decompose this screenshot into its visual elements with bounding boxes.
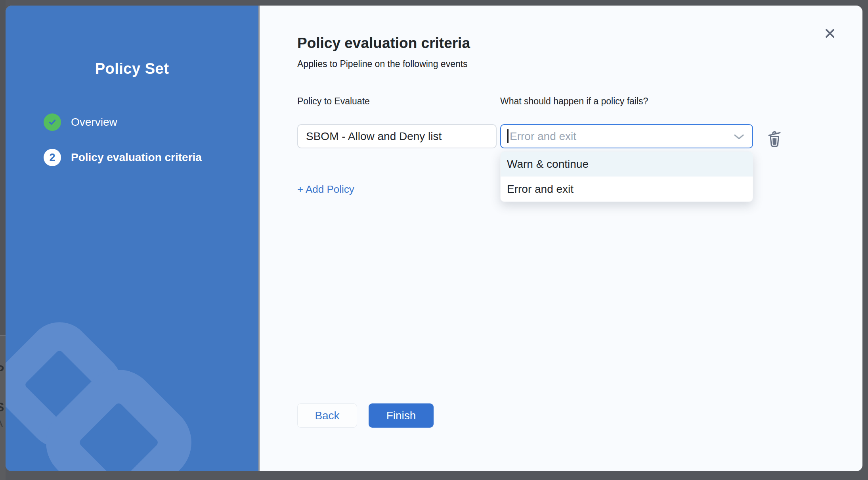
policy-to-evaluate-field[interactable]: SBOM - Allow and Deny list <box>297 124 497 148</box>
on-fail-label: What should happen if a policy fails? <box>500 96 648 107</box>
wizard-step-policy-evaluation-criteria[interactable]: 2 Policy evaluation criteria <box>44 149 202 166</box>
background-overlay-top <box>0 0 6 335</box>
background-partial-text: S <box>0 400 4 415</box>
text-cursor <box>507 129 509 143</box>
background-partial-text: P <box>0 363 4 377</box>
add-policy-link[interactable]: + Add Policy <box>297 183 354 196</box>
background-overlay-bottom: P S A <box>0 336 6 480</box>
footer-actions: Back Finish <box>297 403 434 428</box>
wizard-sidebar: Policy Set Overview 2 Policy evaluation … <box>6 6 258 471</box>
dropdown-option-warn-continue[interactable]: Warn & continue <box>501 152 753 177</box>
page-subtitle: Applies to Pipeline on the following eve… <box>297 59 468 69</box>
chevron-down-icon <box>734 134 744 142</box>
finish-button[interactable]: Finish <box>369 403 434 428</box>
background-partial-text: A <box>0 417 3 430</box>
on-fail-combobox[interactable]: Error and exit <box>500 124 753 148</box>
delete-policy-button[interactable] <box>766 129 783 148</box>
wizard-title: Policy Set <box>6 60 258 77</box>
close-icon <box>823 26 837 40</box>
on-fail-placeholder: Error and exit <box>510 130 576 143</box>
step-number-badge: 2 <box>44 149 61 166</box>
close-button[interactable] <box>822 25 838 41</box>
policy-evaluation-panel: Policy evaluation criteria Applies to Pi… <box>260 6 862 471</box>
policy-set-modal: Policy Set Overview 2 Policy evaluation … <box>6 6 862 471</box>
back-button[interactable]: Back <box>297 403 357 428</box>
wizard-step-label: Policy evaluation criteria <box>71 151 202 164</box>
wizard-step-overview[interactable]: Overview <box>44 113 117 131</box>
screen: P S A Policy Set Overview 2 Policy evalu… <box>0 0 868 480</box>
dropdown-option-error-exit[interactable]: Error and exit <box>501 177 753 202</box>
wizard-step-label: Overview <box>71 116 117 129</box>
step-complete-check-icon <box>44 113 61 131</box>
on-fail-dropdown-menu: Warn & continue Error and exit <box>500 151 753 202</box>
policy-to-evaluate-label: Policy to Evaluate <box>297 96 370 107</box>
page-title: Policy evaluation criteria <box>297 35 470 52</box>
trash-icon <box>766 129 783 148</box>
policy-to-evaluate-value: SBOM - Allow and Deny list <box>306 130 442 143</box>
